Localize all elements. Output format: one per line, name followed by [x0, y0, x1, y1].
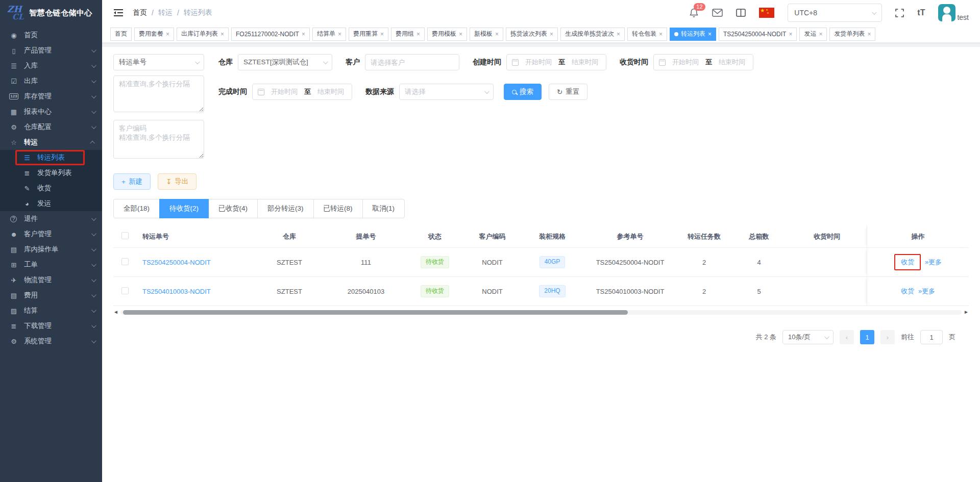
row-checkbox[interactable]	[121, 258, 129, 265]
close-icon[interactable]: ×	[819, 31, 822, 37]
close-icon[interactable]: ×	[550, 31, 553, 37]
sidebar-item-work-orders[interactable]: ⊞ 工单	[0, 257, 102, 272]
finish-time-range-picker[interactable]: 开始时间 至 结束时间	[252, 84, 352, 100]
next-page-button[interactable]: ›	[880, 330, 895, 344]
fullscreen-icon[interactable]	[895, 9, 904, 17]
reset-button[interactable]: ↻ 重置	[549, 84, 587, 100]
sidebar-item-ship[interactable]: ◕ 发运	[0, 196, 102, 211]
scroll-right-icon[interactable]: ►	[964, 310, 969, 315]
tab-fo-order[interactable]: FO2511270002-NODIT×	[231, 28, 310, 41]
close-icon[interactable]: ×	[338, 31, 341, 37]
breadcrumb-home[interactable]: 首页	[133, 8, 147, 17]
sidebar-item-reports[interactable]: ▦ 报表中心	[0, 104, 102, 119]
customer-code-multi-input[interactable]	[113, 120, 204, 159]
timezone-select[interactable]: UTC+8	[788, 4, 882, 22]
sidebar-item-returns[interactable]: ? 退件	[0, 211, 102, 226]
current-page-button[interactable]: 1	[860, 330, 874, 344]
data-source-select[interactable]: 请选择	[399, 84, 494, 100]
close-icon[interactable]: ×	[459, 31, 462, 37]
notification-bell-icon[interactable]: 12	[689, 8, 699, 18]
font-size-icon[interactable]: tT	[917, 8, 925, 17]
goto-page-input[interactable]	[920, 330, 943, 344]
close-icon[interactable]: ×	[708, 31, 712, 37]
scrollbar-thumb[interactable]	[123, 310, 628, 315]
transit-no-link[interactable]: TS2504250004-NODIT	[142, 259, 211, 266]
receive-time-range-picker[interactable]: 开始时间 至 结束时间	[653, 54, 753, 70]
sidebar-item-inbound[interactable]: ☰ 入库	[0, 58, 102, 73]
sidebar-item-system[interactable]: ⚙ 系统管理	[0, 334, 102, 349]
receive-action-link[interactable]: 收货	[901, 258, 914, 266]
tab-fee-group[interactable]: 费用组×	[391, 28, 425, 41]
close-icon[interactable]: ×	[617, 31, 620, 37]
close-icon[interactable]: ×	[789, 31, 792, 37]
tab-pick-wave-list[interactable]: 拣货波次列表×	[506, 28, 558, 41]
tab-transit-packing[interactable]: 转仓包装×	[627, 28, 667, 41]
select-all-checkbox[interactable]	[121, 232, 129, 239]
close-icon[interactable]: ×	[380, 31, 384, 37]
tab-settlement-bill[interactable]: 结算单×	[312, 28, 346, 41]
tab-fee-recalc[interactable]: 费用重算×	[349, 28, 388, 41]
sidebar-item-settlement[interactable]: ▨ 结算	[0, 303, 102, 318]
sidebar-item-warehouse-ops[interactable]: ▤ 库内操作单	[0, 242, 102, 257]
close-icon[interactable]: ×	[302, 31, 305, 37]
breadcrumb-section[interactable]: 转运	[158, 8, 173, 17]
transit-no-link[interactable]: TS2504010003-NODIT	[142, 288, 211, 295]
mail-icon[interactable]	[712, 9, 723, 17]
tab-new-template[interactable]: 新模板×	[470, 28, 503, 41]
sidebar-fold-icon[interactable]	[113, 9, 124, 17]
sidebar-item-inventory[interactable]: 123 库存管理	[0, 89, 102, 104]
sidebar-item-outbound[interactable]: ☑ 出库	[0, 73, 102, 89]
sidebar-item-warehouse-config[interactable]: ⚙ 仓库配置	[0, 119, 102, 135]
user-menu[interactable]: test	[938, 4, 969, 21]
status-tab-transited[interactable]: 已转运(8)	[313, 199, 363, 218]
sidebar-item-downloads[interactable]: ≣ 下载管理	[0, 318, 102, 334]
status-tab-pending-receive[interactable]: 待收货(2)	[159, 199, 209, 218]
close-icon[interactable]: ×	[416, 31, 420, 37]
create-button[interactable]: + 新建	[113, 173, 151, 190]
search-button[interactable]: 搜索	[504, 84, 542, 100]
tab-home[interactable]: 首页	[110, 28, 132, 41]
sidebar-item-transit-list[interactable]: ☰ 转运列表	[0, 150, 102, 165]
customer-input[interactable]	[365, 54, 459, 70]
order-no-multi-input[interactable]	[113, 75, 204, 112]
close-icon[interactable]: ×	[166, 31, 169, 37]
create-time-range-picker[interactable]: 开始时间 至 结束时间	[506, 54, 606, 70]
scroll-left-icon[interactable]: ◄	[113, 310, 118, 315]
close-icon[interactable]: ×	[220, 31, 224, 37]
status-tab-cancelled[interactable]: 取消(1)	[362, 199, 405, 218]
sidebar-item-fees[interactable]: ▤ 费用	[0, 288, 102, 303]
language-flag-icon[interactable]: ★★★	[759, 8, 774, 18]
tab-outbound-orders[interactable]: 出库订单列表×	[177, 28, 229, 41]
sidebar-item-logistics[interactable]: ✈ 物流管理	[0, 272, 102, 288]
tab-ts-order[interactable]: TS2504250004-NODIT×	[719, 28, 797, 41]
close-icon[interactable]: ×	[495, 31, 499, 37]
tab-fee-package[interactable]: 费用套餐×	[134, 28, 174, 41]
prev-page-button[interactable]: ‹	[840, 330, 854, 344]
more-action-link[interactable]: »更多	[925, 258, 942, 267]
status-tab-received[interactable]: 已收货(4)	[208, 199, 258, 218]
receive-action-link[interactable]: 收货	[901, 287, 914, 296]
row-checkbox[interactable]	[121, 287, 129, 294]
page-size-select[interactable]: 10条/页	[782, 330, 834, 344]
tab-generate-pick-wave[interactable]: 生成按单拣货波次×	[560, 28, 625, 41]
tab-fee-template[interactable]: 费用模板×	[427, 28, 467, 41]
sidebar-item-customers[interactable]: ☻ 客户管理	[0, 226, 102, 242]
close-icon[interactable]: ×	[867, 31, 871, 37]
tab-ship[interactable]: 发运×	[799, 28, 827, 41]
sidebar-item-home[interactable]: ◉ 首页	[0, 28, 102, 43]
status-tab-partial-transit[interactable]: 部分转运(3)	[257, 199, 314, 218]
close-icon[interactable]: ×	[659, 31, 663, 37]
tab-transit-list-active[interactable]: 转运列表×	[670, 28, 716, 41]
warehouse-select[interactable]: SZTEST[深圳测试仓]	[238, 54, 332, 70]
sidebar-item-transit[interactable]: ☆ 转运	[0, 135, 102, 150]
sidebar-item-shipment-list[interactable]: ≣ 发货单列表	[0, 165, 102, 181]
sidebar-item-product[interactable]: ▯ 产品管理	[0, 43, 102, 58]
export-button[interactable]: ↧ 导出	[158, 173, 197, 190]
more-action-link[interactable]: »更多	[918, 287, 935, 296]
tab-shipment-list[interactable]: 发货单列表×	[829, 28, 875, 41]
sidebar-item-receive[interactable]: ✎ 收货	[0, 181, 102, 196]
status-tab-all[interactable]: 全部(18)	[113, 199, 160, 218]
layout-columns-icon[interactable]	[736, 9, 746, 17]
scrollbar-track[interactable]	[120, 310, 962, 315]
order-no-type-select[interactable]: 转运单号	[113, 54, 204, 70]
